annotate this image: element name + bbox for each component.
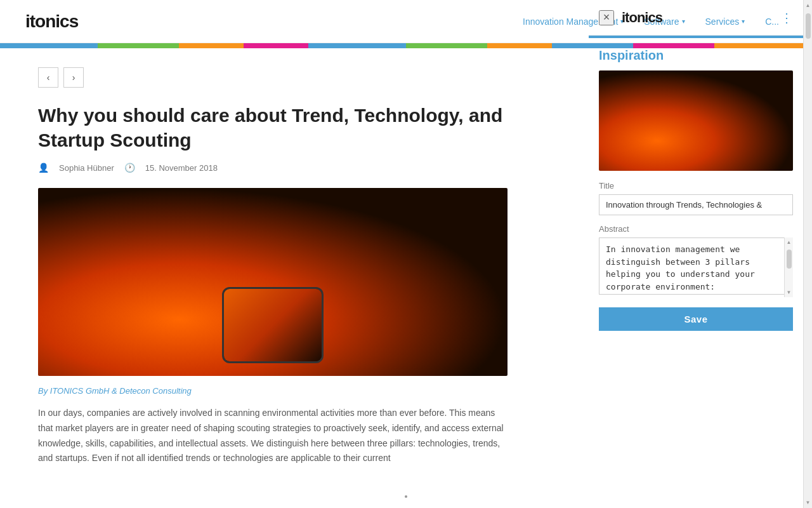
logo: itonics bbox=[25, 11, 78, 32]
nav-arrows: ‹ › bbox=[38, 67, 508, 88]
inspiration-image-bg bbox=[599, 70, 793, 171]
title-input[interactable] bbox=[599, 194, 793, 215]
save-button[interactable]: Save bbox=[599, 307, 793, 331]
panel-body: Inspiration Title Abstract ▲ ▼ Save bbox=[589, 38, 803, 508]
page-scroll-thumb bbox=[806, 13, 811, 39]
abstract-field-wrapper: ▲ ▼ bbox=[599, 237, 793, 297]
abstract-textarea[interactable] bbox=[599, 237, 793, 295]
panel-more-button[interactable]: ⋮ bbox=[780, 10, 793, 25]
article-body: In our days, companies are actively invo… bbox=[38, 406, 508, 466]
article-date: 15. November 2018 bbox=[145, 163, 218, 173]
scroll-up-icon[interactable]: ▲ bbox=[787, 237, 792, 247]
panel-header: × itonics ⋮ bbox=[589, 0, 803, 36]
phone-screen bbox=[224, 289, 322, 361]
scroll-down-icon[interactable]: ▼ bbox=[787, 288, 792, 297]
title-field-label: Title bbox=[599, 181, 793, 190]
panel-logo: itonics bbox=[622, 10, 662, 26]
clock-icon: 🕐 bbox=[124, 163, 135, 173]
bottom-dot bbox=[405, 495, 407, 498]
panel-outer: × itonics ⋮ Inspiration Title Abstract bbox=[589, 0, 812, 508]
textarea-scrollbar: ▲ ▼ bbox=[784, 237, 793, 297]
article-image bbox=[38, 188, 508, 376]
author-icon: 👤 bbox=[38, 163, 49, 173]
scrollbar-thumb bbox=[787, 250, 792, 269]
next-button[interactable]: › bbox=[63, 67, 84, 88]
inspiration-image bbox=[599, 70, 793, 171]
page-scroll-up-icon[interactable]: ▲ bbox=[804, 1, 812, 10]
article-caption: By ITONICS GmbH & Detecon Consulting bbox=[38, 386, 508, 396]
page-scrollbar: ▲ ▼ bbox=[803, 0, 812, 508]
author-name: Sophia Hübner bbox=[59, 163, 114, 173]
article-title: Why you should care about Trend, Technol… bbox=[38, 103, 508, 152]
abstract-field-label: Abstract bbox=[599, 224, 793, 234]
inspiration-heading: Inspiration bbox=[599, 48, 793, 63]
panel: × itonics ⋮ Inspiration Title Abstract bbox=[589, 0, 803, 508]
prev-button[interactable]: ‹ bbox=[38, 67, 58, 88]
article-meta: 👤 Sophia Hübner 🕐 15. November 2018 bbox=[38, 163, 508, 173]
panel-close-button[interactable]: × bbox=[599, 10, 614, 25]
phone-overlay bbox=[222, 287, 324, 363]
more-icon: ⋮ bbox=[780, 10, 793, 25]
page-scroll-down-icon[interactable]: ▼ bbox=[804, 498, 812, 507]
content-area: ‹ › Why you should care about Trend, Tec… bbox=[0, 48, 546, 485]
